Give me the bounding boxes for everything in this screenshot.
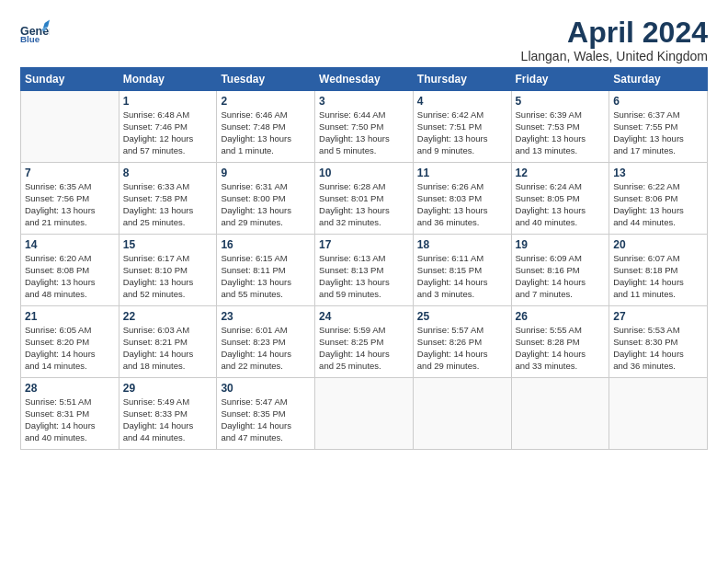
table-row xyxy=(511,378,609,450)
day-number: 2 xyxy=(221,95,311,108)
table-row: 25Sunrise: 5:57 AM Sunset: 8:26 PM Dayli… xyxy=(413,306,511,378)
table-row: 27Sunrise: 5:53 AM Sunset: 8:30 PM Dayli… xyxy=(609,306,708,378)
day-number: 20 xyxy=(613,238,703,251)
day-number: 4 xyxy=(417,95,507,108)
day-info: Sunrise: 6:22 AM Sunset: 8:06 PM Dayligh… xyxy=(613,181,703,228)
header-tuesday: Tuesday xyxy=(217,68,315,91)
day-info: Sunrise: 5:51 AM Sunset: 8:31 PM Dayligh… xyxy=(25,396,115,443)
day-info: Sunrise: 6:42 AM Sunset: 7:51 PM Dayligh… xyxy=(417,109,507,156)
day-number: 12 xyxy=(516,167,606,179)
day-number: 17 xyxy=(319,238,409,251)
day-info: Sunrise: 6:44 AM Sunset: 7:50 PM Dayligh… xyxy=(319,109,409,156)
day-number: 25 xyxy=(417,310,507,323)
day-number: 14 xyxy=(25,238,115,251)
page: General Blue April 2024 Llangan, Wales, … xyxy=(0,0,728,459)
table-row: 28Sunrise: 5:51 AM Sunset: 8:31 PM Dayli… xyxy=(21,378,119,450)
table-row xyxy=(315,378,414,450)
day-info: Sunrise: 6:03 AM Sunset: 8:21 PM Dayligh… xyxy=(123,325,213,372)
table-row: 26Sunrise: 5:55 AM Sunset: 8:28 PM Dayli… xyxy=(511,306,609,378)
table-row: 10Sunrise: 6:28 AM Sunset: 8:01 PM Dayli… xyxy=(315,163,414,235)
day-info: Sunrise: 6:09 AM Sunset: 8:16 PM Dayligh… xyxy=(516,253,606,300)
day-info: Sunrise: 5:53 AM Sunset: 8:30 PM Dayligh… xyxy=(613,325,703,372)
day-info: Sunrise: 6:01 AM Sunset: 8:23 PM Dayligh… xyxy=(221,325,311,372)
day-number: 28 xyxy=(25,382,115,395)
day-number: 26 xyxy=(516,310,606,323)
day-number: 19 xyxy=(516,238,606,251)
table-row: 7Sunrise: 6:35 AM Sunset: 7:56 PM Daylig… xyxy=(21,163,119,235)
day-info: Sunrise: 6:46 AM Sunset: 7:48 PM Dayligh… xyxy=(221,109,311,156)
day-info: Sunrise: 6:33 AM Sunset: 7:58 PM Dayligh… xyxy=(123,181,213,228)
day-number: 6 xyxy=(613,95,703,108)
header-friday: Friday xyxy=(511,68,609,91)
table-row: 29Sunrise: 5:49 AM Sunset: 8:33 PM Dayli… xyxy=(119,378,217,450)
day-info: Sunrise: 5:59 AM Sunset: 8:25 PM Dayligh… xyxy=(319,325,409,372)
day-info: Sunrise: 6:13 AM Sunset: 8:13 PM Dayligh… xyxy=(319,253,409,300)
logo-bird-icon: General Blue xyxy=(20,17,50,46)
day-number: 23 xyxy=(221,310,311,323)
day-number: 22 xyxy=(123,310,213,323)
table-row xyxy=(21,91,119,163)
table-row xyxy=(609,378,708,450)
table-row: 21Sunrise: 6:05 AM Sunset: 8:20 PM Dayli… xyxy=(21,306,119,378)
table-row: 1Sunrise: 6:48 AM Sunset: 7:46 PM Daylig… xyxy=(119,91,217,163)
day-number: 3 xyxy=(319,95,409,108)
day-info: Sunrise: 6:37 AM Sunset: 7:55 PM Dayligh… xyxy=(613,109,703,156)
day-info: Sunrise: 6:39 AM Sunset: 7:53 PM Dayligh… xyxy=(516,109,606,156)
table-row: 9Sunrise: 6:31 AM Sunset: 8:00 PM Daylig… xyxy=(217,163,315,235)
day-number: 29 xyxy=(123,382,213,395)
table-row: 22Sunrise: 6:03 AM Sunset: 8:21 PM Dayli… xyxy=(119,306,217,378)
svg-text:Blue: Blue xyxy=(20,34,40,44)
header-thursday: Thursday xyxy=(413,68,511,91)
day-info: Sunrise: 6:35 AM Sunset: 7:56 PM Dayligh… xyxy=(25,181,115,228)
day-number: 1 xyxy=(123,95,213,108)
day-number: 10 xyxy=(319,167,409,179)
day-info: Sunrise: 6:28 AM Sunset: 8:01 PM Dayligh… xyxy=(319,181,409,228)
table-row: 16Sunrise: 6:15 AM Sunset: 8:11 PM Dayli… xyxy=(217,235,315,306)
day-number: 9 xyxy=(221,167,311,179)
day-info: Sunrise: 6:15 AM Sunset: 8:11 PM Dayligh… xyxy=(221,253,311,300)
day-number: 15 xyxy=(123,238,213,251)
day-info: Sunrise: 5:47 AM Sunset: 8:35 PM Dayligh… xyxy=(221,396,311,443)
day-info: Sunrise: 6:31 AM Sunset: 8:00 PM Dayligh… xyxy=(221,181,311,228)
location: Llangan, Wales, United Kingdom xyxy=(521,49,708,63)
table-row: 2Sunrise: 6:46 AM Sunset: 7:48 PM Daylig… xyxy=(217,91,315,163)
day-number: 18 xyxy=(417,238,507,251)
day-number: 21 xyxy=(25,310,115,323)
day-number: 7 xyxy=(25,167,115,179)
day-number: 24 xyxy=(319,310,409,323)
table-row: 20Sunrise: 6:07 AM Sunset: 8:18 PM Dayli… xyxy=(609,235,708,306)
day-number: 8 xyxy=(123,167,213,179)
header-sunday: Sunday xyxy=(21,68,119,91)
day-number: 11 xyxy=(417,167,507,179)
calendar-week-row: 7Sunrise: 6:35 AM Sunset: 7:56 PM Daylig… xyxy=(21,163,708,235)
header-saturday: Saturday xyxy=(609,68,708,91)
month-title: April 2024 xyxy=(521,17,708,49)
table-row: 14Sunrise: 6:20 AM Sunset: 8:08 PM Dayli… xyxy=(21,235,119,306)
title-block: April 2024 Llangan, Wales, United Kingdo… xyxy=(521,17,708,63)
table-row: 4Sunrise: 6:42 AM Sunset: 7:51 PM Daylig… xyxy=(413,91,511,163)
day-info: Sunrise: 6:17 AM Sunset: 8:10 PM Dayligh… xyxy=(123,253,213,300)
table-row: 19Sunrise: 6:09 AM Sunset: 8:16 PM Dayli… xyxy=(511,235,609,306)
table-row: 12Sunrise: 6:24 AM Sunset: 8:05 PM Dayli… xyxy=(511,163,609,235)
day-info: Sunrise: 6:26 AM Sunset: 8:03 PM Dayligh… xyxy=(417,181,507,228)
weekday-header-row: Sunday Monday Tuesday Wednesday Thursday… xyxy=(21,68,708,91)
header-wednesday: Wednesday xyxy=(315,68,414,91)
day-number: 16 xyxy=(221,238,311,251)
calendar-week-row: 14Sunrise: 6:20 AM Sunset: 8:08 PM Dayli… xyxy=(21,235,708,306)
table-row: 17Sunrise: 6:13 AM Sunset: 8:13 PM Dayli… xyxy=(315,235,414,306)
calendar-week-row: 28Sunrise: 5:51 AM Sunset: 8:31 PM Dayli… xyxy=(21,378,708,450)
day-number: 30 xyxy=(221,382,311,395)
day-info: Sunrise: 5:55 AM Sunset: 8:28 PM Dayligh… xyxy=(516,325,606,372)
day-info: Sunrise: 6:05 AM Sunset: 8:20 PM Dayligh… xyxy=(25,325,115,372)
day-info: Sunrise: 5:49 AM Sunset: 8:33 PM Dayligh… xyxy=(123,396,213,443)
day-number: 5 xyxy=(516,95,606,108)
table-row: 8Sunrise: 6:33 AM Sunset: 7:58 PM Daylig… xyxy=(119,163,217,235)
day-info: Sunrise: 6:20 AM Sunset: 8:08 PM Dayligh… xyxy=(25,253,115,300)
table-row: 5Sunrise: 6:39 AM Sunset: 7:53 PM Daylig… xyxy=(511,91,609,163)
table-row: 18Sunrise: 6:11 AM Sunset: 8:15 PM Dayli… xyxy=(413,235,511,306)
day-info: Sunrise: 5:57 AM Sunset: 8:26 PM Dayligh… xyxy=(417,325,507,372)
table-row: 6Sunrise: 6:37 AM Sunset: 7:55 PM Daylig… xyxy=(609,91,708,163)
day-info: Sunrise: 6:24 AM Sunset: 8:05 PM Dayligh… xyxy=(516,181,606,228)
table-row: 15Sunrise: 6:17 AM Sunset: 8:10 PM Dayli… xyxy=(119,235,217,306)
header: General Blue April 2024 Llangan, Wales, … xyxy=(20,17,708,63)
